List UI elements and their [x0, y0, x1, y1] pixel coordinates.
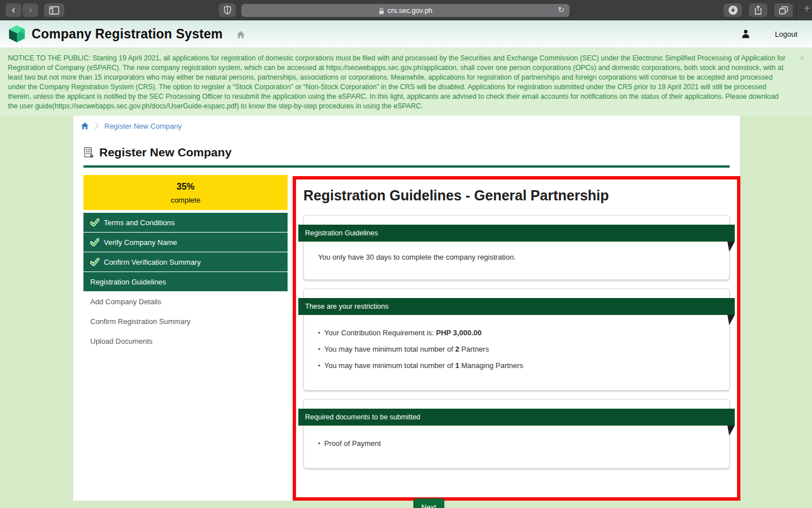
- document-item: Proof of Payment: [318, 439, 715, 448]
- new-tab-button[interactable]: +: [800, 2, 812, 18]
- check-icon: [90, 258, 99, 266]
- check-icon: [90, 238, 99, 246]
- home-icon[interactable]: [236, 30, 245, 39]
- item-text: Proof of Payment: [324, 439, 381, 448]
- browser-downloads-button[interactable]: [723, 3, 742, 17]
- step-verify-company-name[interactable]: Verify Company Name: [83, 233, 288, 252]
- step-label: Verify Company Name: [104, 238, 177, 247]
- browser-tabs-button[interactable]: [774, 3, 793, 17]
- back-icon: ‹: [12, 4, 15, 15]
- section-body: Your Contribution Requirement is: PHP 3,…: [304, 315, 729, 390]
- section-body: Proof of Payment: [304, 426, 729, 468]
- page-background: Register New Company Register New Compan…: [0, 116, 812, 508]
- step-label: Confirm Verification Summary: [104, 258, 201, 266]
- breadcrumb: Register New Company: [81, 121, 182, 131]
- logout-button[interactable]: Logout: [775, 30, 797, 38]
- notice-text: NOTICE TO THE PUBLIC: Starting 19 April …: [8, 54, 785, 110]
- item-text: You only have 30 days to complete the co…: [318, 253, 516, 261]
- step-terms-and-conditions[interactable]: Terms and Conditions: [83, 213, 288, 232]
- breadcrumb-home-icon[interactable]: [81, 122, 89, 130]
- breadcrumb-link-register-new-company[interactable]: Register New Company: [104, 122, 182, 130]
- browser-forward-button[interactable]: ›: [23, 3, 38, 17]
- card-registration-guidelines: Registration Guidelines You only have 30…: [303, 215, 730, 280]
- check-icon: [90, 218, 99, 226]
- app-logo: [8, 24, 26, 43]
- step-label: Confirm Registration Summary: [90, 317, 191, 326]
- title-divider: [83, 165, 730, 168]
- item-text: You may have minimum total number of: [324, 361, 455, 370]
- page-title-row: Register New Company: [83, 146, 232, 159]
- restriction-item: Your Contribution Requirement is: PHP 3,…: [318, 329, 715, 337]
- restriction-item: You may have minimum total number of 1 M…: [318, 361, 715, 370]
- item-text: Your Contribution Requirement is:: [324, 329, 436, 337]
- url-text: crs.sec.gov.ph: [387, 7, 433, 15]
- progress-indicator: 35% complete: [83, 175, 288, 210]
- chevron-right-icon: [94, 121, 99, 131]
- next-button[interactable]: Next: [413, 498, 444, 508]
- page-title: Register New Company: [99, 146, 232, 159]
- progress-percent: 35%: [83, 182, 288, 192]
- downloads-icon: [728, 5, 738, 15]
- wizard-sidebar: 35% complete Terms and Conditions Verify…: [83, 175, 288, 351]
- notice-close-icon[interactable]: ×: [800, 53, 805, 63]
- step-confirm-registration-summary: Confirm Registration Summary: [83, 312, 288, 331]
- tabs-icon: [779, 6, 788, 15]
- share-icon: [754, 5, 762, 15]
- step-label: Terms and Conditions: [104, 218, 175, 227]
- browser-share-button[interactable]: [749, 3, 767, 17]
- panel-heading: Registration Guidelines - General Partne…: [303, 187, 730, 204]
- lock-icon: [378, 7, 385, 15]
- card-required-documents: Required documents to be submitted Proof…: [303, 399, 730, 468]
- section-body: You only have 30 days to complete the co…: [304, 242, 729, 279]
- content-card: Register New Company Register New Compan…: [73, 116, 740, 501]
- guideline-item: You only have 30 days to complete the co…: [318, 253, 715, 261]
- app-header: Company Registration System Logout: [0, 20, 812, 47]
- user-icon[interactable]: [742, 29, 750, 38]
- building-icon: [83, 147, 94, 158]
- new-tab-icon: +: [804, 2, 810, 15]
- step-confirm-verification-summary[interactable]: Confirm Verification Summary: [83, 252, 288, 271]
- browser-sidebar-toggle-button[interactable]: [44, 3, 64, 17]
- step-add-company-details: Add Company Details: [83, 292, 288, 311]
- step-label: Add Company Details: [90, 297, 161, 306]
- guidelines-panel: Registration Guidelines - General Partne…: [293, 176, 740, 501]
- section-header: These are your restrictions: [298, 298, 735, 315]
- progress-label: complete: [83, 196, 288, 204]
- browser-privacy-shield-button[interactable]: [219, 3, 236, 17]
- section-header: Registration Guidelines: [298, 225, 735, 242]
- public-notice-banner: NOTICE TO THE PUBLIC: Starting 19 April …: [0, 47, 812, 116]
- item-post: Partners: [459, 345, 489, 353]
- browser-back-button[interactable]: ‹: [6, 3, 21, 17]
- shield-icon: [224, 6, 231, 15]
- section-header: Required documents to be submitted: [298, 409, 735, 426]
- item-bold: PHP 3,000.00: [436, 329, 482, 337]
- step-label: Upload Documents: [90, 337, 153, 345]
- step-registration-guidelines[interactable]: Registration Guidelines: [83, 272, 288, 291]
- restriction-item: You may have minimum total number of 2 P…: [318, 345, 715, 353]
- step-upload-documents: Upload Documents: [83, 331, 288, 351]
- item-post: Managing Partners: [459, 361, 523, 370]
- sidebar-toggle-icon: [49, 6, 59, 15]
- app-title: Company Registration System: [32, 27, 223, 42]
- browser-address-bar[interactable]: crs.sec.gov.ph ↻: [241, 4, 570, 17]
- wizard-steps: Terms and Conditions Verify Company Name…: [83, 213, 288, 351]
- toolbar-divider: [796, 0, 797, 20]
- browser-toolbar: ‹ › crs.sec.gov.ph ↻ +: [0, 0, 812, 20]
- item-text: You may have minimum total number of: [324, 345, 455, 353]
- reload-icon[interactable]: ↻: [558, 5, 564, 14]
- card-restrictions: These are your restrictions Your Contrib…: [303, 288, 730, 391]
- step-label: Registration Guidelines: [90, 278, 166, 286]
- forward-icon: ›: [29, 4, 32, 15]
- screen: ‹ › crs.sec.gov.ph ↻ +: [0, 0, 812, 508]
